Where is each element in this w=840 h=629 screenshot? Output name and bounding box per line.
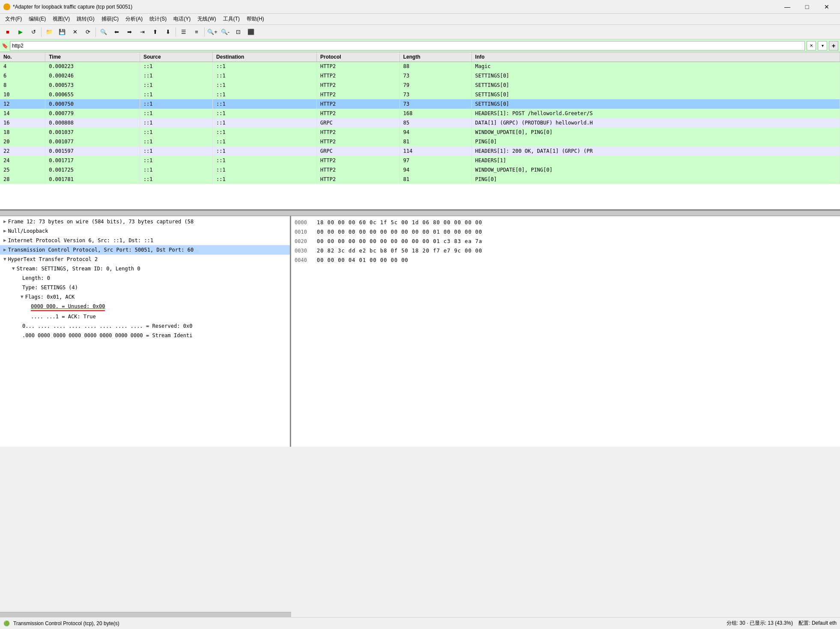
detail-row[interactable]: .... ...1 = ACK: True bbox=[0, 312, 290, 321]
table-row[interactable]: 280.001781::1::1HTTP281PING[0] bbox=[0, 175, 840, 184]
table-row[interactable]: 220.001597::1::1GRPC114HEADERS[1]: 200 O… bbox=[0, 146, 840, 156]
table-row[interactable]: 240.001717::1::1HTTP297HEADERS[1] bbox=[0, 156, 840, 165]
expand-icon[interactable]: ▼ bbox=[3, 255, 6, 263]
table-row[interactable]: 120.000750::1::1HTTP273SETTINGS[0] bbox=[0, 99, 840, 109]
toolbar-hex-button[interactable]: ⬛ bbox=[245, 26, 257, 38]
hex-row[interactable]: 000018 00 00 00 60 0c 1f 5c 00 1d 06 80 … bbox=[295, 218, 837, 227]
maximize-button[interactable]: □ bbox=[797, 0, 817, 14]
menu-item-analyze[interactable]: 分析(A) bbox=[122, 15, 146, 24]
toolbar-sep-4 bbox=[204, 27, 205, 37]
detail-row[interactable]: ▶ Null/Loopback bbox=[0, 226, 290, 236]
expand-icon[interactable]: ▼ bbox=[12, 265, 15, 273]
hex-row[interactable]: 002000 00 00 00 00 00 00 00 00 00 00 01 … bbox=[295, 237, 837, 246]
menu-item-go[interactable]: 跳转(G) bbox=[73, 15, 98, 24]
expand-icon[interactable]: ▶ bbox=[3, 237, 6, 244]
detail-row[interactable]: ▶ Frame 12: 73 bytes on wire (584 bits),… bbox=[0, 217, 290, 226]
toolbar-goto-button[interactable]: ⇥ bbox=[136, 26, 148, 38]
menu-item-stats[interactable]: 统计(S) bbox=[146, 15, 170, 24]
toolbar-stop-button[interactable]: ■ bbox=[2, 26, 14, 38]
menu-item-wireless[interactable]: 无线(W) bbox=[194, 15, 219, 24]
col-protocol[interactable]: Protocol bbox=[316, 52, 399, 62]
toolbar-open-button[interactable]: 📁 bbox=[43, 26, 55, 38]
table-row[interactable]: 200.001077::1::1HTTP281PING[0] bbox=[0, 137, 840, 146]
detail-row[interactable]: .000 0000 0000 0000 0000 0000 0000 0000 … bbox=[0, 331, 290, 340]
detail-row[interactable]: ▼ HyperText Transfer Protocol 2 bbox=[0, 255, 290, 264]
toolbar-close-button[interactable]: ✕ bbox=[69, 26, 81, 38]
expand-icon[interactable]: ▶ bbox=[3, 246, 6, 254]
menu-item-help[interactable]: 帮助(H) bbox=[243, 15, 268, 24]
toolbar-zoom-in-button[interactable]: 🔍+ bbox=[206, 26, 218, 38]
toolbar-detail-view-button[interactable]: ≡ bbox=[191, 26, 203, 38]
detail-row[interactable]: ▶ Transmission Control Protocol, Src Por… bbox=[0, 245, 290, 255]
filter-clear-button[interactable]: ✕ bbox=[807, 41, 816, 50]
toolbar-save-button[interactable]: 💾 bbox=[56, 26, 68, 38]
packet-table: No. Time Source Destination Protocol Len… bbox=[0, 52, 840, 184]
detail-row[interactable]: Length: 0 bbox=[0, 273, 290, 283]
cell-destination: ::1 bbox=[213, 90, 317, 99]
app-icon bbox=[3, 3, 10, 10]
toolbar-start-button[interactable]: ▶ bbox=[15, 26, 27, 38]
detail-row[interactable]: ▶ Internet Protocol Version 6, Src: ::1,… bbox=[0, 236, 290, 245]
minimize-button[interactable]: — bbox=[777, 0, 797, 14]
hex-row[interactable]: 004000 00 00 04 01 00 00 00 00 bbox=[295, 255, 837, 265]
toolbar-up-button[interactable]: ⬆ bbox=[149, 26, 161, 38]
filter-arrow-button[interactable]: ▾ bbox=[818, 41, 827, 50]
table-row[interactable]: 100.000655::1::1HTTP273SETTINGS[0] bbox=[0, 90, 840, 99]
detail-panel[interactable]: ▶ Frame 12: 73 bytes on wire (584 bits),… bbox=[0, 216, 291, 447]
detail-text: Type: SETTINGS (4) bbox=[22, 284, 78, 291]
expand-icon[interactable]: ▼ bbox=[21, 293, 24, 301]
cell-source: ::1 bbox=[140, 146, 212, 156]
col-source[interactable]: Source bbox=[140, 52, 212, 62]
toolbar-zoom-out-button[interactable]: 🔍- bbox=[219, 26, 231, 38]
cell-info: HEADERS[1] bbox=[471, 156, 840, 165]
menu-item-view[interactable]: 视图(V) bbox=[49, 15, 73, 24]
cell-length: 81 bbox=[399, 175, 471, 184]
toolbar-find-button[interactable]: 🔍 bbox=[98, 26, 110, 38]
menu-item-file[interactable]: 文件(F) bbox=[2, 15, 25, 24]
table-row[interactable]: 60.000246::1::1HTTP273SETTINGS[0] bbox=[0, 71, 840, 80]
expand-icon[interactable]: ▶ bbox=[3, 218, 6, 225]
status-right: 分组: 30 · 已显示: 13 (43.3%) 配置: Default eth bbox=[727, 620, 837, 627]
menu-item-phone[interactable]: 电话(Y) bbox=[170, 15, 194, 24]
hex-row[interactable]: 001000 00 00 00 00 00 00 00 00 00 00 01 … bbox=[295, 227, 837, 237]
toolbar-zoom-fit-button[interactable]: ⊡ bbox=[232, 26, 244, 38]
packet-scrollbar[interactable] bbox=[0, 211, 840, 216]
cell-no: 6 bbox=[0, 71, 45, 80]
detail-scrollbar[interactable] bbox=[0, 612, 291, 617]
table-row[interactable]: 40.000223::1::1HTTP288Magic bbox=[0, 62, 840, 71]
menu-item-capture[interactable]: 捕获(C) bbox=[98, 15, 122, 24]
col-length[interactable]: Length bbox=[399, 52, 471, 62]
detail-row[interactable]: ▼ Flags: 0x01, ACK bbox=[0, 292, 290, 302]
table-row[interactable]: 250.001725::1::1HTTP294WINDOW_UPDATE[0],… bbox=[0, 165, 840, 175]
filter-input[interactable] bbox=[10, 41, 805, 50]
detail-text: 0... .... .... .... .... .... .... .... … bbox=[22, 322, 192, 330]
hex-panel[interactable]: 000018 00 00 00 60 0c 1f 5c 00 1d 06 80 … bbox=[291, 216, 840, 447]
toolbar-down-button[interactable]: ⬇ bbox=[162, 26, 174, 38]
cell-info: Magic bbox=[471, 62, 840, 71]
table-row[interactable]: 160.000808::1::1GRPC85DATA[1] (GRPC) (PR… bbox=[0, 118, 840, 128]
cell-source: ::1 bbox=[140, 99, 212, 109]
toolbar-reload-button[interactable]: ⟳ bbox=[82, 26, 94, 38]
expand-icon[interactable]: ▶ bbox=[3, 227, 6, 235]
filter-add-button[interactable]: + bbox=[829, 41, 838, 50]
toolbar-restart-button[interactable]: ↺ bbox=[27, 26, 39, 38]
cell-source: ::1 bbox=[140, 156, 212, 165]
menu-item-tools[interactable]: 工具(T) bbox=[220, 15, 243, 24]
detail-row[interactable]: 0... .... .... .... .... .... .... .... … bbox=[0, 321, 290, 331]
col-time[interactable]: Time bbox=[45, 52, 140, 62]
detail-row[interactable]: ▼ Stream: SETTINGS, Stream ID: 0, Length… bbox=[0, 264, 290, 273]
detail-row[interactable]: Type: SETTINGS (4) bbox=[0, 283, 290, 292]
detail-row[interactable]: 0000 000. = Unused: 0x00 bbox=[0, 302, 290, 312]
toolbar-forward-button[interactable]: ➡ bbox=[123, 26, 135, 38]
col-no[interactable]: No. bbox=[0, 52, 45, 62]
table-row[interactable]: 140.000779::1::1HTTP2168HEADERS[1]: POST… bbox=[0, 109, 840, 118]
table-row[interactable]: 80.000573::1::1HTTP279SETTINGS[0] bbox=[0, 80, 840, 90]
close-button[interactable]: ✕ bbox=[817, 0, 837, 14]
toolbar-back-button[interactable]: ⬅ bbox=[110, 26, 122, 38]
table-row[interactable]: 180.001037::1::1HTTP294WINDOW_UPDATE[0],… bbox=[0, 128, 840, 137]
col-info[interactable]: Info bbox=[471, 52, 840, 62]
toolbar-list-view-button[interactable]: ☰ bbox=[178, 26, 190, 38]
col-destination[interactable]: Destination bbox=[213, 52, 317, 62]
menu-item-edit[interactable]: 编辑(E) bbox=[25, 15, 49, 24]
hex-row[interactable]: 003020 82 3c dd e2 bc b8 0f 50 18 20 f7 … bbox=[295, 246, 837, 255]
